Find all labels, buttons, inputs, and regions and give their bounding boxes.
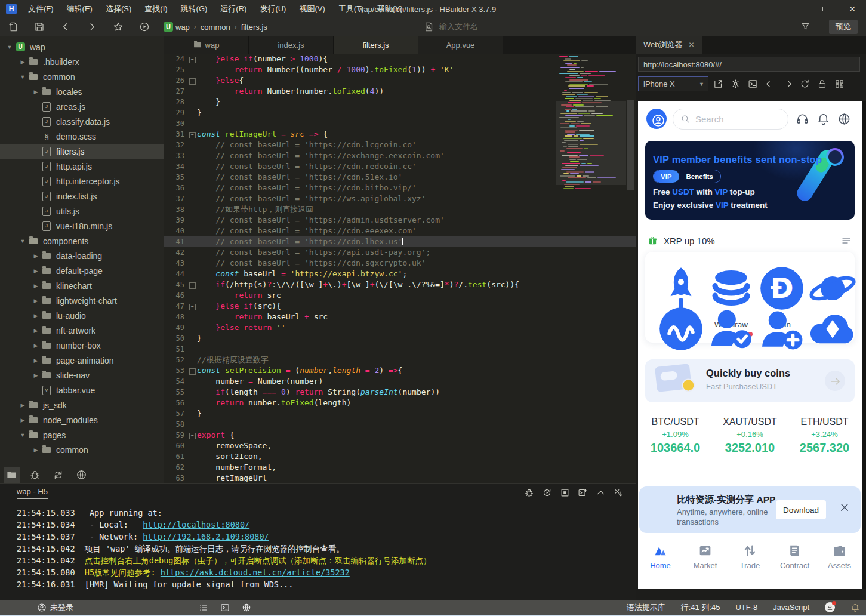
tree-item-index.list.js[interactable]: Jindex.list.js (0, 189, 164, 204)
line-number[interactable]: 36 (164, 183, 188, 193)
line-number[interactable]: 35 (164, 172, 188, 183)
line-number[interactable]: 63 (164, 473, 188, 483)
tree-item-filters.js[interactable]: Jfilters.js (0, 144, 164, 159)
menu-f[interactable]: 文件(F) (21, 4, 60, 13)
line-number[interactable]: 29 (164, 107, 188, 118)
line-number[interactable]: 62 (164, 462, 188, 473)
tree-item-locales[interactable]: ▶locales (0, 84, 164, 99)
tree-item-wap[interactable]: ▼Uwap (0, 39, 164, 54)
minimap-viewport[interactable] (556, 101, 626, 185)
tree-item-areas.js[interactable]: Jareas.js (0, 99, 164, 114)
tree-item-.hbuilderx[interactable]: ▶.hbuilderx (0, 54, 164, 69)
line-number[interactable]: 55 (164, 387, 188, 398)
nav-market[interactable]: Market (683, 537, 728, 579)
line-number[interactable]: 59 (164, 430, 188, 441)
chevron-right-icon[interactable]: ▶ (32, 298, 39, 304)
tree-item-http.interceptor.js[interactable]: Jhttp.interceptor.js (0, 174, 164, 189)
tree-item-node_modules[interactable]: ▶node_modules (0, 412, 164, 427)
collapse-icon[interactable] (596, 488, 606, 498)
line-number[interactable]: 47 (164, 301, 188, 312)
clear-icon[interactable] (614, 488, 624, 498)
tree-item-vue-i18n.min.js[interactable]: Jvue-i18n.min.js (0, 218, 164, 233)
chevron-right-icon[interactable]: ▶ (32, 89, 39, 95)
close-icon[interactable] (839, 502, 850, 513)
tree-item-tabbar.vue[interactable]: Vtabbar.vue (0, 383, 164, 398)
line-number[interactable]: 32 (164, 140, 188, 150)
line-number[interactable]: 53 (164, 365, 188, 376)
chevron-down-icon[interactable]: ▼ (19, 432, 26, 438)
console-tab[interactable]: wap - H5 (17, 487, 48, 499)
tree-item-data-loading[interactable]: ▶data-loading (0, 248, 164, 263)
restart-icon[interactable] (542, 488, 552, 498)
account-icon[interactable] (37, 603, 47, 612)
tree-item-demo.scss[interactable]: §demo.scss (0, 129, 164, 144)
market-btc[interactable]: BTC/USDT +1.09% 103664.0 (638, 414, 713, 462)
chevron-right-icon[interactable]: ▶ (19, 417, 26, 423)
file-search[interactable]: 输入文件名 (424, 21, 478, 32)
nav-contract[interactable]: Contract (772, 537, 817, 579)
device-select[interactable]: iPhone X ▼ (638, 76, 708, 91)
log-link[interactable]: https://ask.dcloud.net.cn/article/35232 (161, 568, 350, 577)
code-area[interactable]: 24− }else if(number > 1000){25 return Nu… (164, 54, 636, 483)
breadcrumb-wap[interactable]: wap (175, 23, 190, 32)
tree-item-page-animation[interactable]: ▶page-animation (0, 353, 164, 368)
nav-back-icon[interactable] (60, 21, 71, 32)
fold-marker-icon[interactable]: − (188, 75, 197, 86)
line-number[interactable]: 30 (164, 118, 188, 129)
status-utf8[interactable]: UTF-8 (735, 603, 757, 612)
line-number[interactable]: 60 (164, 441, 188, 451)
line-number[interactable]: 24 (164, 54, 188, 64)
line-number[interactable]: 58 (164, 419, 188, 430)
line-number[interactable]: 40 (164, 226, 188, 236)
line-number[interactable]: 31 (164, 129, 188, 140)
search-input[interactable]: Search (673, 109, 788, 130)
headset-icon[interactable] (796, 112, 809, 126)
new-file-icon[interactable] (8, 21, 19, 32)
line-number[interactable]: 46 (164, 290, 188, 301)
fold-marker-icon[interactable]: − (188, 301, 197, 312)
line-number[interactable]: 25 (164, 64, 188, 75)
ticker-row[interactable]: XRP up 10% (648, 234, 852, 247)
menu-g[interactable]: 跳转(G) (174, 4, 214, 13)
fold-marker-icon[interactable]: − (188, 365, 197, 376)
menu-r[interactable]: 运行(R) (214, 4, 253, 13)
chevron-down-icon[interactable]: ▼ (6, 44, 13, 50)
line-number[interactable]: 45 (164, 279, 188, 290)
menu-e[interactable]: 编辑(E) (60, 4, 99, 13)
login-status[interactable]: 未登录 (50, 602, 73, 613)
line-number[interactable]: 26 (164, 75, 188, 86)
line-number[interactable]: 38 (164, 204, 188, 215)
nav-trade[interactable]: Trade (728, 537, 772, 579)
line-number[interactable]: 51 (164, 344, 188, 355)
qrcode-icon[interactable] (834, 79, 845, 89)
tab-filters.js[interactable]: filters.js (334, 36, 418, 54)
web-icon[interactable] (74, 467, 89, 482)
chevron-right-icon[interactable]: ▶ (32, 328, 39, 334)
announcement-list-icon[interactable] (840, 236, 852, 245)
line-number[interactable]: 43 (164, 258, 188, 269)
nav-home[interactable]: Home (638, 537, 683, 579)
sync-icon[interactable] (51, 467, 66, 482)
chevron-down-icon[interactable]: ▼ (19, 74, 26, 80)
market-xaut[interactable]: XAUT/USDT +0.16% 3252.010 (713, 414, 787, 462)
breadcrumb-filters.js[interactable]: filters.js (241, 23, 267, 32)
nav-forward-icon[interactable] (87, 21, 97, 32)
avatar[interactable] (646, 109, 667, 129)
chevron-right-icon[interactable]: ▶ (19, 59, 26, 65)
terminal-icon[interactable] (748, 79, 758, 89)
log-link[interactable]: http://localhost:8080/ (143, 520, 249, 529)
line-number[interactable]: 50 (164, 333, 188, 344)
tree-item-http.api.js[interactable]: Jhttp.api.js (0, 159, 164, 174)
menu-s[interactable]: 选择(S) (99, 4, 138, 13)
bug-icon[interactable] (524, 488, 534, 498)
tree-item-number-box[interactable]: ▶number-box (0, 338, 164, 353)
tree-item-common[interactable]: ▶common (0, 442, 164, 457)
menu-u[interactable]: 发行(U) (253, 4, 292, 13)
fold-marker-icon[interactable]: − (188, 279, 197, 290)
preview-button[interactable]: 预览 (829, 20, 858, 34)
chevron-right-icon[interactable]: ▶ (32, 268, 39, 274)
browser-tab[interactable]: Web浏览器 ✕ (636, 36, 702, 54)
line-number[interactable]: 39 (164, 215, 188, 226)
menu-v[interactable]: 视图(V) (292, 4, 331, 13)
editor-scrollbar[interactable] (627, 100, 634, 190)
